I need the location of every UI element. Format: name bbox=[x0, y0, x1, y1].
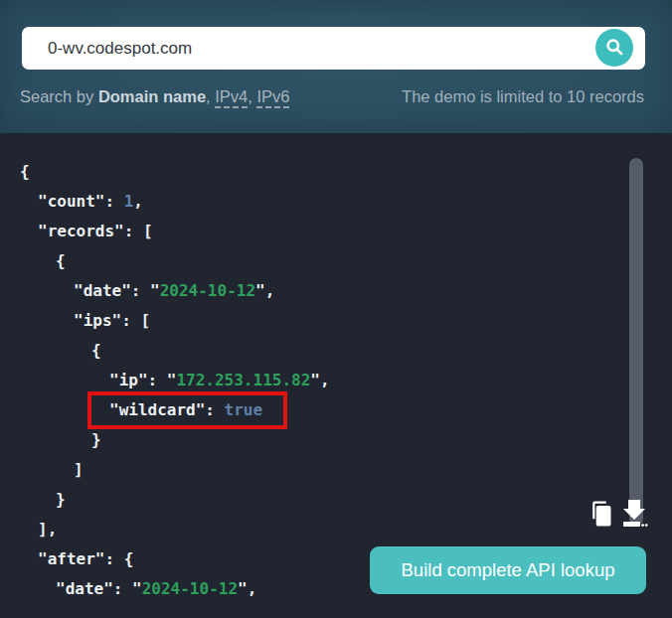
json-key: ", bbox=[310, 371, 329, 389]
json-key: ", bbox=[238, 579, 256, 598]
json-key: } bbox=[56, 490, 66, 509]
json-key: "ips": [ bbox=[74, 311, 150, 330]
demo-limit-note: The demo is limited to 10 records bbox=[402, 87, 644, 106]
json-line: "ip": "172.253.115.82", bbox=[20, 366, 672, 395]
download-icon bbox=[620, 516, 648, 531]
json-key: "after": { bbox=[38, 549, 133, 568]
json-string: 2024-10-12 bbox=[160, 281, 255, 300]
option-ipv4[interactable]: IPv4 bbox=[215, 87, 248, 108]
search-bar bbox=[22, 27, 645, 70]
scrollbar-thumb[interactable] bbox=[629, 158, 643, 526]
json-line: "records": [ bbox=[20, 217, 672, 246]
json-value: true bbox=[225, 400, 263, 419]
json-result-panel: {"count": 1,"records": [{"date": "2024-1… bbox=[0, 136, 672, 615]
json-line: { bbox=[20, 246, 672, 276]
copy-icon bbox=[588, 516, 613, 531]
json-string: 172.253.115.82 bbox=[176, 371, 310, 389]
json-line: } bbox=[20, 485, 672, 515]
json-key: "records": [ bbox=[38, 222, 153, 240]
build-api-lookup-button[interactable]: Build complete API lookup bbox=[370, 546, 646, 594]
json-line: "wildcard": true bbox=[20, 395, 672, 425]
json-line: } bbox=[20, 425, 672, 455]
download-button[interactable] bbox=[620, 498, 648, 528]
json-key: { bbox=[91, 341, 101, 360]
magnifier-icon bbox=[604, 37, 624, 60]
search-hints: Search by Domain name, IPv4, IPv6 The de… bbox=[20, 87, 644, 106]
json-key: { bbox=[20, 162, 30, 181]
json-line: ], bbox=[20, 515, 672, 544]
json-value: 1 bbox=[124, 192, 134, 211]
json-key: ", bbox=[255, 281, 274, 300]
json-code: {"count": 1,"records": [{"date": "2024-1… bbox=[20, 157, 672, 604]
json-line: "ips": [ bbox=[20, 306, 672, 336]
option-ipv6[interactable]: IPv6 bbox=[256, 87, 289, 108]
json-line: { bbox=[20, 157, 672, 187]
json-key: ] bbox=[74, 460, 84, 479]
copy-button[interactable] bbox=[588, 500, 613, 528]
json-line: "count": 1, bbox=[20, 187, 672, 217]
json-key: ], bbox=[38, 520, 57, 539]
result-actions bbox=[588, 498, 648, 528]
search-header: Search by Domain name, IPv4, IPv6 The de… bbox=[0, 0, 672, 136]
json-key: { bbox=[56, 251, 66, 270]
json-line: "date": "2024-10-12", bbox=[20, 276, 672, 306]
search-input[interactable] bbox=[22, 27, 645, 70]
json-key: "date": " bbox=[74, 281, 160, 300]
option-separator: , bbox=[206, 87, 215, 105]
json-key: "ip": " bbox=[109, 371, 176, 389]
json-key: "date": " bbox=[56, 579, 142, 598]
search-by-label: Search by bbox=[20, 87, 98, 105]
json-key: "count": bbox=[38, 192, 124, 211]
json-line: ] bbox=[20, 455, 672, 485]
json-string: 2024-10-12 bbox=[142, 579, 238, 598]
json-key: , bbox=[133, 192, 143, 211]
json-line: { bbox=[20, 336, 672, 366]
search-by-options: Search by Domain name, IPv4, IPv6 bbox=[20, 87, 289, 106]
json-key: "wildcard": bbox=[109, 400, 225, 419]
search-button[interactable] bbox=[595, 29, 633, 67]
json-key: } bbox=[91, 430, 101, 449]
option-domain-name[interactable]: Domain name bbox=[98, 87, 206, 105]
